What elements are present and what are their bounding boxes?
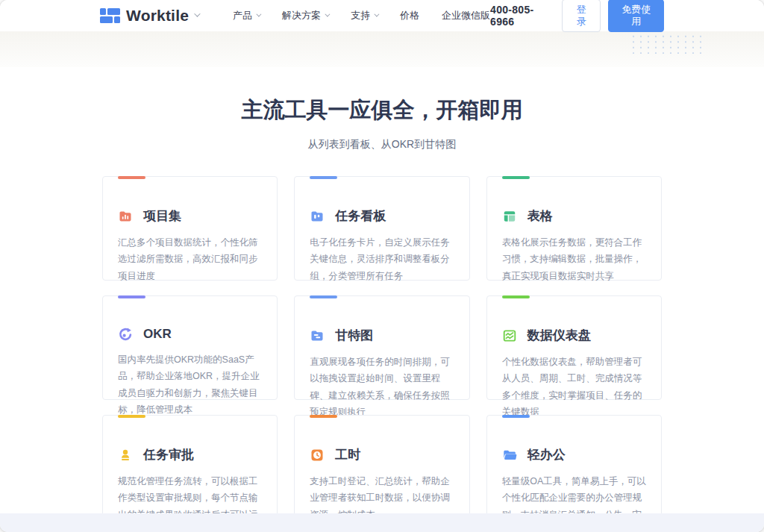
brand-name: Worktile [126,7,189,25]
card-accent-bar [310,415,337,418]
office-icon [502,448,517,463]
card-title: 表格 [527,207,553,225]
card-description: 表格化展示任务数据，更符合工作习惯，支持编辑数据，批量操作，真正实现项目数据实时… [502,234,646,284]
card-accent-bar [310,176,337,179]
card-description: 直观展现各项任务的时间排期，可以拖拽设置起始时间、设置里程碑、建立依赖关系，确保… [310,354,454,420]
card-accent-bar [502,415,530,418]
next-section-band [0,513,764,532]
card-accent-bar [310,295,337,298]
nav-link[interactable]: 解决方案 [282,9,328,22]
card-title: 数据仪表盘 [527,327,591,344]
chevron-down-icon [194,10,200,16]
hero-band [0,31,764,67]
card-accent-bar [502,295,530,298]
portfolio-icon [118,209,133,224]
card-accent-bar [118,415,145,418]
section-title: 主流工具一应俱全，开箱即用 [0,96,764,125]
feature-card: 任务审批 规范化管理任务流转，可以根据工作类型设置审批规则，每个节点输出的关键成… [102,415,278,519]
section-subtitle: 从列表到看板、从OKR到甘特图 [0,138,764,151]
phone-number: 400-805-6966 [490,4,548,28]
worktime-icon [310,448,325,463]
card-description: 汇总多个项目数据统计，个性化筛选过滤所需数据，高效汇报和同步项目进度 [118,234,262,284]
top-navbar: Worktile 产品解决方案支持价格企业微信版 400-805-6966 登录… [0,0,764,31]
dashboard-icon [502,328,517,343]
card-accent-bar [502,176,530,179]
feature-card: OKR 国内率先提供OKR功能的SaaS产品，帮助企业落地OKR，提升企业成员自… [102,295,278,400]
feature-card: 工时 支持工时登记、汇总统计，帮助企业管理者获知工时数据，以便协调资源、控制成本 [294,415,469,519]
nav-link[interactable]: 企业微信版 [442,9,490,22]
feature-card: 表格 表格化展示任务数据，更符合工作习惯，支持编辑数据，批量操作，真正实现项目数… [486,176,662,281]
card-title: 项目集 [143,207,181,225]
card-description: 个性化数据仪表盘，帮助管理者可从人员、周期、工时、完成情况等多个维度，实时掌握项… [502,354,646,420]
card-title: OKR [143,327,172,342]
feature-card: 轻办公 轻量级OA工具，简单易上手，可以个性化匹配企业需要的办公管理规则，支持消… [486,415,662,519]
chevron-down-icon [325,11,330,16]
okr-icon [118,327,133,342]
card-title: 轻办公 [527,446,566,463]
card-title: 甘特图 [335,327,373,344]
feature-card: 任务看板 电子化任务卡片，自定义展示任务关键信息，灵活排序和调整看板分组，分类管… [294,176,469,281]
nav-link[interactable]: 价格 [400,9,419,22]
table-icon [502,209,517,224]
dot-pattern-decoration [630,34,701,54]
card-title: 任务看板 [335,207,386,225]
feature-card: 数据仪表盘 个性化数据仪表盘，帮助管理者可从人员、周期、工时、完成情况等多个维度… [486,295,662,400]
login-button[interactable]: 登录 [562,0,601,32]
worktile-logo-icon [100,7,120,24]
card-title: 工时 [335,446,360,463]
nav-links: 产品解决方案支持价格企业微信版 [233,9,490,22]
feature-card: 项目集 汇总多个项目数据统计，个性化筛选过滤所需数据，高效汇报和同步项目进度 [102,176,278,281]
worktile-logo[interactable]: Worktile [100,7,198,25]
feature-card: 甘特图 直观展现各项任务的时间排期，可以拖拽设置起始时间、设置里程碑、建立依赖关… [294,295,469,400]
card-accent-bar [118,176,145,179]
card-title: 任务审批 [143,446,194,463]
worktile-landing-page: Worktile 产品解决方案支持价格企业微信版 400-805-6966 登录… [0,0,764,532]
chevron-down-icon [374,11,379,16]
card-accent-bar [118,295,145,298]
chevron-down-icon [256,11,261,16]
card-description: 国内率先提供OKR功能的SaaS产品，帮助企业落地OKR，提升企业成员自驱力和创… [118,351,262,418]
nav-link[interactable]: 产品 [233,9,260,22]
kanban-icon [310,209,325,224]
free-trial-button[interactable]: 免费使用 [608,0,664,32]
gantt-icon [310,328,325,343]
nav-right: 400-805-6966 登录 免费使用 [490,0,664,32]
approval-icon [118,448,133,463]
card-description: 电子化任务卡片，自定义展示任务关键信息，灵活排序和调整看板分组，分类管理所有任务 [310,234,454,284]
feature-grid: 项目集 汇总多个项目数据统计，个性化筛选过滤所需数据，高效汇报和同步项目进度 任… [102,176,662,519]
nav-link[interactable]: 支持 [351,9,378,22]
